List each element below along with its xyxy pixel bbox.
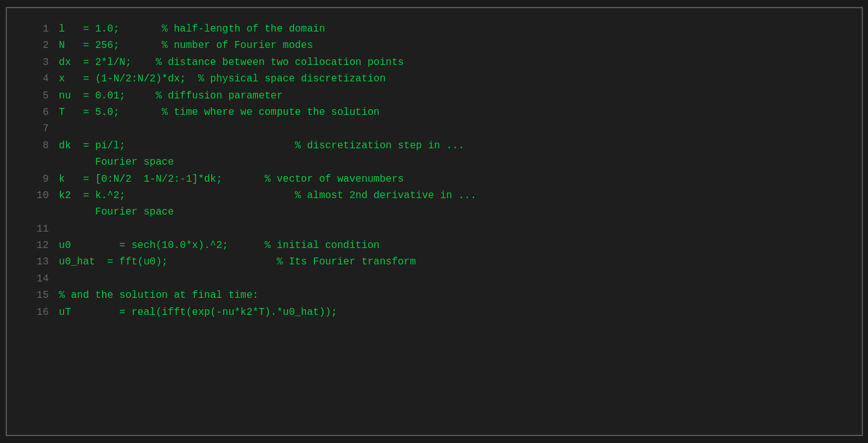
line-number: 10 <box>17 187 59 204</box>
line-code: u0 = sech(10.0*x).^2; % initial conditio… <box>59 237 851 254</box>
line-number: 14 <box>17 271 59 287</box>
code-row: 16uT = real(ifft(exp(-nu*k2*T).*u0_hat))… <box>17 304 852 321</box>
line-number: 9 <box>17 171 59 187</box>
line-code <box>59 221 851 237</box>
line-code: nu = 0.01; % diffusion parameter <box>59 88 851 104</box>
line-number: 11 <box>17 221 59 237</box>
code-row: Fourier space <box>17 154 852 170</box>
code-row: 13u0_hat = fft(u0); % Its Fourier transf… <box>17 254 852 270</box>
code-row: Fourier space <box>17 204 852 220</box>
line-number: 4 <box>17 71 59 87</box>
code-row: 3dx = 2*l/N; % distance between two coll… <box>17 54 852 71</box>
code-row: 15% and the solution at final time: <box>17 287 852 304</box>
line-number: 16 <box>17 304 59 321</box>
line-code <box>59 271 851 287</box>
line-code <box>59 121 851 137</box>
code-block: 1l = 1.0; % half-length of the domain2N … <box>6 7 863 436</box>
code-row: 5nu = 0.01; % diffusion parameter <box>17 88 852 104</box>
line-code: T = 5.0; % time where we compute the sol… <box>59 104 851 121</box>
line-code: l = 1.0; % half-length of the domain <box>59 21 851 37</box>
line-number: 13 <box>17 254 59 270</box>
line-code: k2 = k.^2; % almost 2nd derivative in ..… <box>59 187 851 204</box>
code-row: 12u0 = sech(10.0*x).^2; % initial condit… <box>17 237 852 254</box>
code-row: 1l = 1.0; % half-length of the domain <box>17 21 852 37</box>
line-number <box>17 204 59 220</box>
line-number: 1 <box>17 21 59 37</box>
line-code: dx = 2*l/N; % distance between two collo… <box>59 54 851 71</box>
code-row: 8dk = pi/l; % discretization step in ... <box>17 138 852 154</box>
code-row: 11 <box>17 221 852 237</box>
line-code: Fourier space <box>59 154 851 170</box>
code-row: 6T = 5.0; % time where we compute the so… <box>17 104 852 121</box>
code-row: 2N = 256; % number of Fourier modes <box>17 37 852 54</box>
code-row: 14 <box>17 271 852 287</box>
line-code: k = [0:N/2 1-N/2:-1]*dk; % vector of wav… <box>59 171 851 187</box>
code-row: 4x = (1-N/2:N/2)*dx; % physical space di… <box>17 71 852 87</box>
code-row: 9k = [0:N/2 1-N/2:-1]*dk; % vector of wa… <box>17 171 852 187</box>
line-number <box>17 154 59 170</box>
line-number: 5 <box>17 88 59 104</box>
line-code: dk = pi/l; % discretization step in ... <box>59 138 851 154</box>
line-number: 12 <box>17 237 59 254</box>
line-number: 8 <box>17 138 59 154</box>
line-number: 7 <box>17 121 59 137</box>
line-code: x = (1-N/2:N/2)*dx; % physical space dis… <box>59 71 851 87</box>
line-number: 15 <box>17 287 59 304</box>
line-number: 6 <box>17 104 59 121</box>
code-table: 1l = 1.0; % half-length of the domain2N … <box>17 21 852 321</box>
code-row: 10k2 = k.^2; % almost 2nd derivative in … <box>17 187 852 204</box>
line-code: u0_hat = fft(u0); % Its Fourier transfor… <box>59 254 851 270</box>
line-number: 2 <box>17 37 59 54</box>
line-number: 3 <box>17 54 59 71</box>
line-code: Fourier space <box>59 204 851 220</box>
line-code: uT = real(ifft(exp(-nu*k2*T).*u0_hat)); <box>59 304 851 321</box>
code-row: 7 <box>17 121 852 137</box>
line-code: % and the solution at final time: <box>59 287 851 304</box>
line-code: N = 256; % number of Fourier modes <box>59 37 851 54</box>
